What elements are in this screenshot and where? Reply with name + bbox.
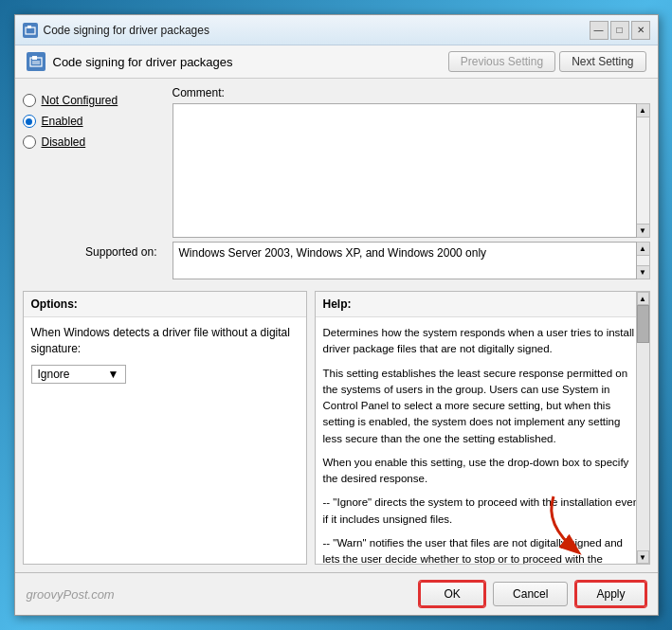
options-description: When Windows detects a driver file witho… [31,325,299,357]
supported-value: Windows Server 2003, Windows XP, and Win… [173,242,637,279]
help-header: Help: [316,292,649,317]
dropdown-arrow-icon: ▼ [108,368,119,381]
not-configured-radio[interactable]: Not Configured [23,94,165,107]
supported-row: Supported on: Windows Server 2003, Windo… [23,242,650,283]
help-para-3: When you enable this setting, use the dr… [323,455,642,488]
top-section: Not Configured Enabled Disabled Comment: [23,86,650,238]
header-title: Code signing for driver packages [53,55,233,69]
title-bar-left: Code signing for driver packages [23,23,209,38]
comment-label: Comment: [173,86,650,99]
dropdown-value: Ignore [38,368,70,381]
enabled-radio-circle [23,115,36,128]
enabled-radio-inner [26,118,32,125]
svg-rect-0 [26,27,35,34]
supported-label: Supported on: [23,242,165,259]
scrollbar-thumb[interactable] [637,305,649,343]
dropdown-container: Ignore ▼ [31,365,299,384]
header-bar: Code signing for driver packages Previou… [15,45,658,79]
cancel-button[interactable]: Cancel [493,582,568,606]
help-panel: Help: Determines how the system responds… [315,291,650,565]
header-icon [27,52,45,71]
comment-section: Comment: ▲ ▼ [173,86,650,238]
help-scrollbar: ▲ ▼ [636,292,649,564]
options-header: Options: [24,292,306,317]
previous-setting-button[interactable]: Previous Setting [448,51,555,72]
disabled-radio[interactable]: Disabled [23,135,165,149]
help-para-5: -- "Warn" notifies the user that files a… [323,535,642,564]
ignore-dropdown[interactable]: Ignore ▼ [31,365,126,384]
main-window: Code signing for driver packages — □ ✕ C… [14,14,659,616]
options-content: When Windows detects a driver file witho… [24,317,306,564]
scrollbar-up-btn[interactable]: ▲ [637,292,649,305]
enabled-radio[interactable]: Enabled [23,115,165,128]
title-bar: Code signing for driver packages — □ ✕ [15,15,658,45]
content-area: Not Configured Enabled Disabled Comment: [15,79,658,572]
disabled-radio-circle [23,135,36,149]
disabled-label: Disabled [42,135,86,149]
ok-button[interactable]: OK [419,581,485,607]
comment-scrollbar: ▲ ▼ [637,103,650,238]
svg-rect-1 [27,26,31,28]
help-para-2: This setting establishes the least secur… [323,366,642,447]
footer-buttons: OK Cancel Apply [419,581,645,607]
window-title: Code signing for driver packages [44,24,209,37]
close-button[interactable]: ✕ [631,21,650,40]
not-configured-radio-circle [23,94,36,107]
bottom-section: Options: When Windows detects a driver f… [23,291,650,565]
minimize-button[interactable]: — [590,21,608,40]
header-left: Code signing for driver packages [27,52,233,71]
supported-scrollbar: ▲ ▼ [637,242,650,279]
help-para-4: -- "Ignore" directs the system to procee… [323,495,642,528]
header-buttons: Previous Setting Next Setting [448,51,646,72]
options-panel: Options: When Windows detects a driver f… [23,291,307,565]
window-icon [23,23,38,38]
watermark: groovyPost.com [27,587,115,602]
not-configured-label: Not Configured [42,94,118,107]
footer: groovyPost.com OK Cancel Apply [15,572,658,615]
scrollbar-down-btn[interactable]: ▼ [637,550,649,564]
scrollbar-track [637,305,649,550]
apply-button[interactable]: Apply [575,581,645,607]
maximize-button[interactable]: □ [610,21,629,40]
title-controls: — □ ✕ [590,21,650,40]
supported-value-text: Windows Server 2003, Windows XP, and Win… [179,246,487,260]
enabled-label: Enabled [42,115,83,128]
svg-rect-3 [32,56,37,60]
help-content: Determines how the system responds when … [316,317,649,564]
comment-textarea[interactable] [173,103,637,238]
radio-group: Not Configured Enabled Disabled [23,86,165,238]
next-setting-button[interactable]: Next Setting [559,51,645,72]
help-para-1: Determines how the system responds when … [323,325,642,358]
